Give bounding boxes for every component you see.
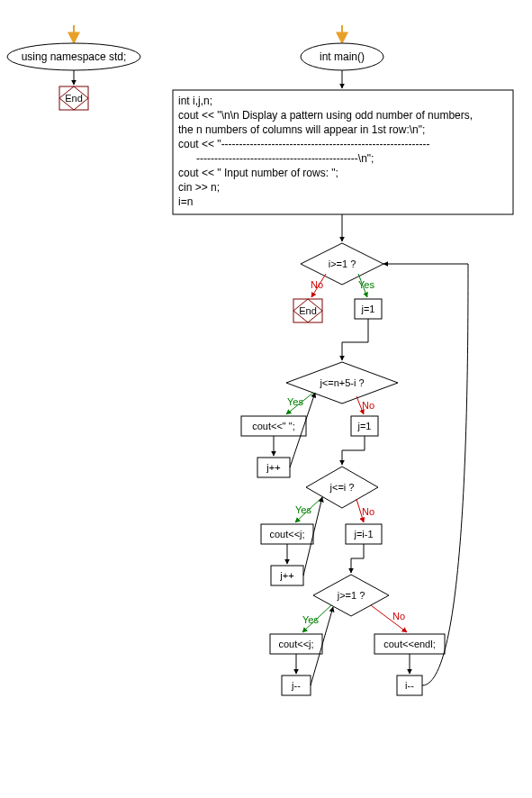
svg-text:j--: j--	[291, 680, 301, 691]
svg-text:End: End	[65, 93, 83, 104]
end-node-2: End	[293, 299, 322, 322]
svg-text:j=1: j=1	[357, 421, 372, 431]
svg-text:cout<<j;: cout<<j;	[278, 639, 313, 649]
yes-label-2: Yes	[287, 396, 303, 407]
no-label-3: No	[362, 506, 374, 517]
svg-text:i--: i--	[405, 680, 414, 691]
svg-text:j=i-1: j=i-1	[353, 529, 373, 540]
code-l6: cout << " Input number of rows: ";	[178, 167, 338, 179]
svg-text:End: End	[299, 305, 317, 316]
no-label-1: No	[311, 279, 323, 290]
svg-text:j++: j++	[279, 570, 293, 581]
svg-text:cout<<" ";: cout<<" ";	[252, 421, 295, 431]
code-l5: ----------------------------------------…	[196, 152, 374, 165]
svg-text:j++: j++	[266, 462, 280, 473]
yes-label-3: Yes	[295, 504, 311, 515]
code-l8: i=n	[178, 195, 193, 208]
svg-text:cout<<j;: cout<<j;	[269, 529, 304, 540]
no-label-2: No	[362, 400, 374, 411]
svg-text:i>=1 ?: i>=1 ?	[329, 258, 356, 269]
flowchart-diagram: using namespace std; End int main() int …	[0, 0, 532, 798]
end-node-left: End	[59, 86, 88, 110]
svg-text:j<=n+5-i ?: j<=n+5-i ?	[319, 377, 364, 388]
code-l4: cout << "-------------------------------…	[178, 138, 429, 150]
namespace-label: using namespace std;	[22, 50, 127, 63]
code-l7: cin >> n;	[178, 181, 220, 194]
yes-label-4: Yes	[302, 614, 319, 625]
code-l3: the n numbers of columns will appear in …	[178, 123, 425, 136]
no-label-4: No	[392, 611, 405, 621]
svg-text:j=1: j=1	[361, 304, 375, 314]
svg-text:cout<<endl;: cout<<endl;	[383, 639, 436, 649]
code-l1: int i,j,n;	[178, 95, 212, 107]
yes-label-1: Yes	[358, 279, 374, 290]
main-label: int main()	[320, 50, 365, 63]
code-l2: cout << "\n\n Display a pattern using od…	[178, 109, 473, 122]
svg-text:j<=i ?: j<=i ?	[329, 482, 355, 493]
svg-text:j>=1 ?: j>=1 ?	[337, 590, 365, 601]
